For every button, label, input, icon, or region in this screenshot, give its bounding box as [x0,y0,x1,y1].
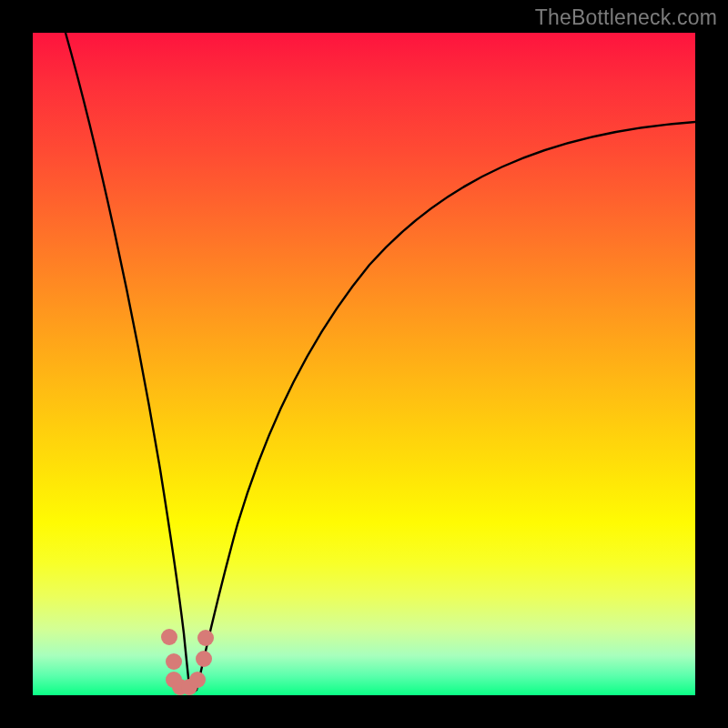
marker-dot [197,630,214,646]
curve-right-branch [197,122,695,690]
curve-left-branch [66,33,190,690]
watermark-text: TheBottleneck.com [535,5,717,30]
chart-curves [33,33,695,695]
chart-frame: TheBottleneck.com [0,0,728,728]
marker-dot [161,629,177,645]
marker-dot [196,651,212,667]
marker-dot [189,672,206,688]
marker-dot [166,653,182,670]
